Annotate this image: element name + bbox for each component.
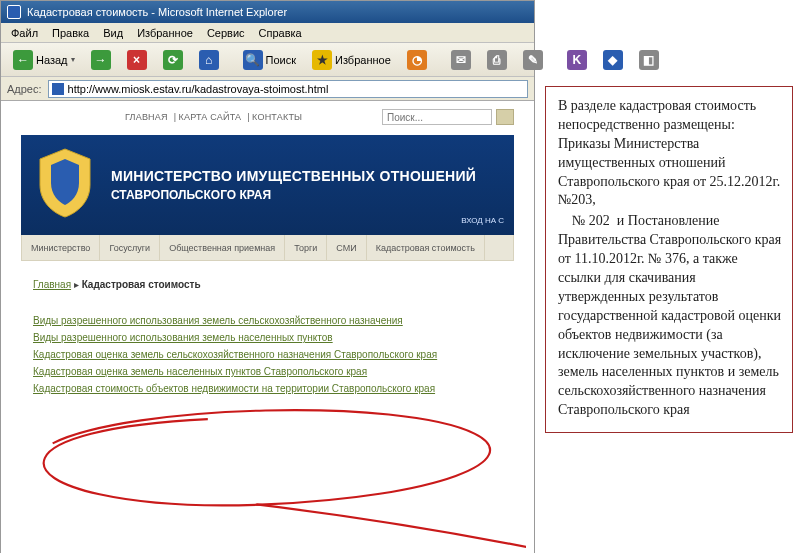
menu-file[interactable]: Файл: [5, 25, 44, 41]
annotation-panel: В разделе кадастровая стоимость непосред…: [545, 86, 793, 433]
stop-icon: ×: [127, 50, 147, 70]
url-input[interactable]: [68, 83, 524, 95]
ie-icon: [7, 5, 21, 19]
favorites-label: Избранное: [335, 54, 391, 66]
tab-auctions[interactable]: Торги: [285, 235, 327, 260]
titlebar: Кадастровая стоимость - Microsoft Intern…: [1, 1, 534, 23]
breadcrumb: Главная ▸ Кадастровая стоимость: [33, 279, 514, 290]
menu-favorites[interactable]: Избранное: [131, 25, 199, 41]
forward-button[interactable]: →: [85, 46, 117, 74]
search-button[interactable]: 🔍 Поиск: [237, 46, 302, 74]
menu-edit[interactable]: Правка: [46, 25, 95, 41]
star-icon: ★: [312, 50, 332, 70]
mail-button[interactable]: ✉: [445, 46, 477, 74]
breadcrumb-current: Кадастровая стоимость: [82, 279, 201, 290]
content-link[interactable]: Кадастровая оценка земель сельскохозяйст…: [33, 346, 437, 363]
print-icon: ⎙: [487, 50, 507, 70]
topnav-main[interactable]: ГЛАВНАЯ: [125, 112, 168, 122]
content-link[interactable]: Виды разрешенного использования земель с…: [33, 312, 403, 329]
menubar: Файл Правка Вид Избранное Сервис Справка: [1, 23, 534, 43]
home-icon: ⌂: [199, 50, 219, 70]
content-link[interactable]: Кадастровая стоимость объектов недвижимо…: [33, 380, 435, 397]
crest-icon: [35, 147, 95, 219]
edit-icon: ✎: [523, 50, 543, 70]
content-link[interactable]: Виды разрешенного использования земель н…: [33, 329, 333, 346]
topnav-sitemap[interactable]: КАРТА САЙТА: [179, 112, 242, 122]
address-bar: Адрес:: [1, 77, 534, 101]
content-link[interactable]: Кадастровая оценка земель населенных пун…: [33, 363, 367, 380]
history-icon: ◔: [407, 50, 427, 70]
search-go-button[interactable]: [496, 109, 514, 125]
tab-reception[interactable]: Общественная приемная: [160, 235, 285, 260]
favicon-icon: [52, 83, 64, 95]
tab-cadastral[interactable]: Кадастровая стоимость: [367, 235, 485, 260]
window-title: Кадастровая стоимость - Microsoft Intern…: [27, 6, 287, 18]
content-links: Виды разрешенного использования земель с…: [33, 312, 514, 397]
site-search: [382, 109, 514, 125]
annotation-text-1: В разделе кадастровая стоимость непосред…: [558, 97, 782, 210]
browser-window: Кадастровая стоимость - Microsoft Intern…: [0, 0, 535, 553]
toolbar: ← Назад ▾ → × ⟳ ⌂ 🔍 Поиск ★ Избранное ◔ …: [1, 43, 534, 77]
hero-title-2: СТАВРОПОЛЬСКОГО КРАЯ: [111, 188, 476, 202]
chevron-down-icon: ▾: [71, 55, 75, 64]
address-label: Адрес:: [7, 83, 42, 95]
hero-title-1: МИНИСТЕРСТВО ИМУЩЕСТВЕННЫХ ОТНОШЕНИЙ: [111, 168, 476, 184]
print-button[interactable]: ⎙: [481, 46, 513, 74]
menu-tools[interactable]: Сервис: [201, 25, 251, 41]
home-button[interactable]: ⌂: [193, 46, 225, 74]
topnav-contacts[interactable]: КОНТАКТЫ: [252, 112, 302, 122]
site-tabs: Министерство Госуслуги Общественная прие…: [21, 235, 514, 261]
search-input[interactable]: [382, 109, 492, 125]
login-link[interactable]: ВХОД НА С: [461, 216, 504, 225]
breadcrumb-sep: ▸: [74, 279, 82, 290]
ext-icon: ◧: [639, 50, 659, 70]
ext3-button[interactable]: ◧: [633, 46, 665, 74]
tab-ministry[interactable]: Министерство: [22, 235, 100, 260]
mail-icon: ✉: [451, 50, 471, 70]
ext-icon: ◆: [603, 50, 623, 70]
ext1-button[interactable]: K: [561, 46, 593, 74]
search-icon: 🔍: [243, 50, 263, 70]
edit-button[interactable]: ✎: [517, 46, 549, 74]
site-header: МИНИСТЕРСТВО ИМУЩЕСТВЕННЫХ ОТНОШЕНИЙ СТА…: [21, 135, 514, 235]
back-button[interactable]: ← Назад ▾: [7, 46, 81, 74]
ext-icon: K: [567, 50, 587, 70]
stop-button[interactable]: ×: [121, 46, 153, 74]
tab-services[interactable]: Госуслуги: [100, 235, 160, 260]
back-label: Назад: [36, 54, 68, 66]
refresh-icon: ⟳: [163, 50, 183, 70]
forward-icon: →: [91, 50, 111, 70]
annotation-text-2: № 202 и Постановление Правительства Став…: [558, 212, 782, 420]
menu-view[interactable]: Вид: [97, 25, 129, 41]
breadcrumb-home[interactable]: Главная: [33, 279, 71, 290]
search-label: Поиск: [266, 54, 296, 66]
address-field[interactable]: [48, 80, 528, 98]
page-viewport: ГЛАВНАЯ| КАРТА САЙТА| КОНТАКТЫ МИНИСТЕРС…: [1, 101, 534, 553]
ext2-button[interactable]: ◆: [597, 46, 629, 74]
favorites-button[interactable]: ★ Избранное: [306, 46, 397, 74]
site-topnav: ГЛАВНАЯ| КАРТА САЙТА| КОНТАКТЫ: [15, 101, 520, 131]
menu-help[interactable]: Справка: [253, 25, 308, 41]
refresh-button[interactable]: ⟳: [157, 46, 189, 74]
history-button[interactable]: ◔: [401, 46, 433, 74]
tab-media[interactable]: СМИ: [327, 235, 366, 260]
back-icon: ←: [13, 50, 33, 70]
